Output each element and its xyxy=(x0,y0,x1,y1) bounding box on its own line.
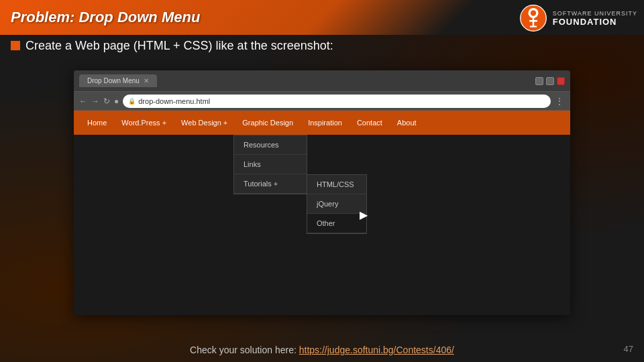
logo-top-text: SOFTWARE UNIVERSITY xyxy=(553,10,637,17)
footer: Check your solution here: https://judge.… xyxy=(0,345,644,355)
lock-icon: 🔒 xyxy=(128,98,136,105)
footer-link[interactable]: https://judge.softuni.bg/Contests/406/ xyxy=(299,345,454,355)
browser-mockup: Drop Down Menu ✕ ← → ↻ ● 🔒 drop-down-men… xyxy=(74,70,570,315)
tab-label: Drop Down Menu xyxy=(87,77,140,84)
slide-number: 47 xyxy=(624,344,633,354)
web-design-dropdown: Resources Links Tutorials + HTML/CSS jQu… xyxy=(233,135,307,194)
svg-point-2 xyxy=(531,10,536,15)
close-btn[interactable] xyxy=(557,77,565,85)
menu-links[interactable]: Links xyxy=(234,155,307,174)
home-btn[interactable]: ● xyxy=(114,97,119,106)
menu-resources[interactable]: Resources xyxy=(234,135,307,155)
browser-controls xyxy=(535,77,565,85)
refresh-btn[interactable]: ↻ xyxy=(103,97,110,106)
nav-home[interactable]: Home xyxy=(80,115,113,131)
browser-chrome: Drop Down Menu ✕ xyxy=(74,70,570,92)
browser-content: Home Word.Press + Web Design + Graphic D… xyxy=(74,111,570,315)
url-text: drop-down-menu.html xyxy=(138,97,210,105)
bullet-text: Create a Web page (HTML + CSS) like at t… xyxy=(25,39,333,53)
back-btn[interactable]: ← xyxy=(79,97,87,106)
tab-close-icon[interactable]: ✕ xyxy=(144,77,149,84)
logo-text: SOFTWARE UNIVERSITY FOUNDATION xyxy=(553,10,637,27)
footer-text: Check your solution here: xyxy=(190,345,299,355)
web-design-menu: Resources Links Tutorials + HTML/CSS jQu… xyxy=(233,135,307,194)
tutorials-submenu: HTML/CSS jQuery Other ▶ xyxy=(307,174,367,234)
address-bar: ← → ↻ ● 🔒 drop-down-menu.html ⋮ xyxy=(74,92,570,111)
logo-bottom-text: FOUNDATION xyxy=(553,17,617,27)
logo-icon xyxy=(519,4,547,32)
nav-contact[interactable]: Contact xyxy=(350,115,389,131)
cursor-icon: ▶ xyxy=(360,208,369,221)
maximize-btn[interactable] xyxy=(546,77,554,85)
forward-btn[interactable]: → xyxy=(91,97,99,106)
url-box[interactable]: 🔒 drop-down-menu.html xyxy=(123,95,551,108)
minimize-btn[interactable] xyxy=(535,77,543,85)
nav-inspiration[interactable]: Inspiration xyxy=(301,115,349,131)
logo-area: SOFTWARE UNIVERSITY FOUNDATION xyxy=(519,4,637,32)
sub-other[interactable]: Other ▶ xyxy=(307,214,366,233)
page-title: Problem: Drop Down Menu xyxy=(11,9,200,26)
nav-bar: Home Word.Press + Web Design + Graphic D… xyxy=(74,111,570,135)
sub-jquery[interactable]: jQuery xyxy=(307,194,366,214)
nav-webdesign[interactable]: Web Design + xyxy=(174,115,234,131)
bullet-icon xyxy=(11,41,20,50)
browser-tab[interactable]: Drop Down Menu ✕ xyxy=(79,74,157,87)
nav-wordpress[interactable]: Word.Press + xyxy=(115,115,173,131)
nav-graphicdesign[interactable]: Graphic Design xyxy=(235,115,300,131)
sub-htmlcss[interactable]: HTML/CSS xyxy=(307,175,366,194)
bullet-section: Create a Web page (HTML + CSS) like at t… xyxy=(11,39,637,53)
menu-tutorials[interactable]: Tutorials + HTML/CSS jQuery Other ▶ xyxy=(234,174,307,194)
nav-about[interactable]: About xyxy=(390,115,423,131)
menu-dots-btn[interactable]: ⋮ xyxy=(555,96,565,107)
